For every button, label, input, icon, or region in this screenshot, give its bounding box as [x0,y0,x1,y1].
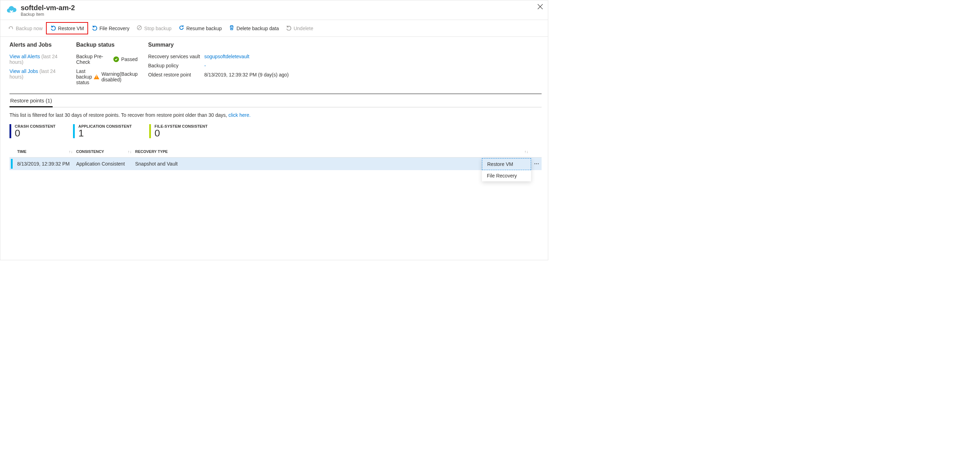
close-button[interactable] [538,4,543,11]
undelete-label: Undelete [293,25,313,31]
policy-label: Backup policy [148,63,204,68]
view-alerts-row: View all Alerts (last 24 hours) [10,54,66,65]
filter-note: This list is filtered for last 30 days o… [10,107,542,124]
stat-fs-label: FILE-SYSTEM CONSISTENT [154,124,207,129]
restore-vm-button[interactable]: Restore VM [46,22,88,34]
stat-app-label: APPLICATION CONSISTENT [78,124,132,129]
oldest-value: 8/13/2019, 12:39:32 PM (9 day(s) ago) [204,72,288,78]
context-menu: Restore VM File Recovery [482,158,531,181]
view-jobs-link[interactable]: View all Jobs [10,68,38,74]
context-restore-vm[interactable]: Restore VM [482,158,531,170]
last-backup-label: Last backup status [76,68,94,85]
alerts-title: Alerts and Jobs [10,42,66,48]
filter-note-text: This list is filtered for last 30 days o… [10,112,229,118]
warning-icon [94,75,99,79]
oldest-label: Oldest restore point [148,72,204,78]
consistency-stats: CRASH CONSISTENT 0 APPLICATION CONSISTEN… [10,124,542,138]
delete-backup-label: Delete backup data [237,25,279,31]
backup-now-label: Backup now [16,25,43,31]
stat-crash: CRASH CONSISTENT 0 [10,124,56,138]
success-icon [113,57,119,62]
blade-header: softdel-vm-am-2 Backup Item [0,0,548,20]
tab-bar: Restore points (1) [10,94,542,107]
recovery-vault-icon [6,5,18,15]
file-recovery-button[interactable]: File Recovery [88,23,133,34]
stop-icon [137,25,142,32]
resume-backup-label: Resume backup [186,25,222,31]
cell-consistency: Application Consistent [76,161,135,167]
table-header: TIME↑↓ CONSISTENCY↑↓ RECOVERY TYPE↑↓ [10,146,542,157]
hdr-time[interactable]: TIME↑↓ [17,149,76,154]
alerts-section: Alerts and Jobs View all Alerts (last 24… [10,42,76,89]
sort-icon: ↑↓ [69,149,76,154]
summary-section: Summary Recovery services vault sogupsof… [148,42,542,89]
stat-fs-value: 0 [154,129,207,138]
hdr-actions [532,149,542,154]
command-bar: Backup now Restore VM File Recovery Stop… [0,20,548,37]
hdr-recovery-type[interactable]: RECOVERY TYPE↑↓ [135,149,532,154]
file-recovery-label: File Recovery [99,25,129,31]
backup-now-icon [8,25,14,32]
stat-crash-value: 0 [15,129,56,138]
cell-recovery-type: Snapshot and Vault [135,161,532,167]
page-title: softdel-vm-am-2 [21,4,75,12]
vault-row: Recovery services vault sogupsoftdeletev… [148,54,531,59]
backup-now-button: Backup now [5,23,46,34]
table-row[interactable]: 8/13/2019, 12:39:32 PM Application Consi… [10,157,542,170]
stat-crash-label: CRASH CONSISTENT [15,124,56,129]
vault-label: Recovery services vault [148,54,204,59]
summary-title: Summary [148,42,531,48]
sort-icon: ↑↓ [524,149,532,154]
stop-backup-label: Stop backup [144,25,172,31]
stat-app-value: 1 [78,129,132,138]
row-actions-button[interactable]: ··· [532,161,542,167]
backup-item-blade: softdel-vm-am-2 Backup Item Backup now R… [0,0,548,260]
view-alerts-link[interactable]: View all Alerts [10,54,40,59]
header-text: softdel-vm-am-2 Backup Item [21,4,75,17]
policy-row: Backup policy - [148,63,531,68]
resume-backup-button[interactable]: Resume backup [175,23,225,34]
last-backup-value: Warning(Backup disabled) [102,71,138,83]
backup-status-title: Backup status [76,42,138,48]
filter-note-link[interactable]: click here. [229,112,251,118]
svg-line-3 [138,26,141,29]
hdr-consistency[interactable]: CONSISTENCY↑↓ [76,149,135,154]
oldest-row: Oldest restore point 8/13/2019, 12:39:32… [148,72,531,78]
page-subtitle: Backup Item [21,12,75,17]
content-area: Alerts and Jobs View all Alerts (last 24… [0,37,548,170]
stat-fs: FILE-SYSTEM CONSISTENT 0 [149,124,207,138]
delete-backup-data-button[interactable]: Delete backup data [225,23,283,34]
info-columns: Alerts and Jobs View all Alerts (last 24… [10,42,542,89]
undo-icon [286,25,291,32]
restore-vm-label: Restore VM [58,25,84,31]
sort-icon: ↑↓ [128,149,135,154]
context-file-recovery[interactable]: File Recovery [482,170,531,181]
tab-restore-points[interactable]: Restore points (1) [10,94,52,107]
undelete-button: Undelete [282,23,317,34]
stop-backup-button: Stop backup [133,23,175,34]
trash-icon [229,25,234,32]
backup-status-section: Backup status Backup Pre-Check Passed La… [76,42,148,89]
precheck-row: Backup Pre-Check Passed [76,54,138,65]
precheck-label: Backup Pre-Check [76,54,113,65]
consistency-color-bar [11,159,13,169]
undo-icon [92,25,97,32]
undo-icon [50,25,56,32]
cell-time: 8/13/2019, 12:39:32 PM [17,161,76,167]
policy-link[interactable]: - [204,63,206,68]
refresh-icon [179,25,184,32]
vault-link[interactable]: sogupsoftdeletevault [204,54,249,59]
stat-app: APPLICATION CONSISTENT 1 [73,124,132,138]
precheck-value: Passed [121,57,138,62]
view-jobs-row: View all Jobs (last 24 hours) [10,68,66,79]
last-backup-row: Last backup status Warning(Backup disabl… [76,68,138,85]
